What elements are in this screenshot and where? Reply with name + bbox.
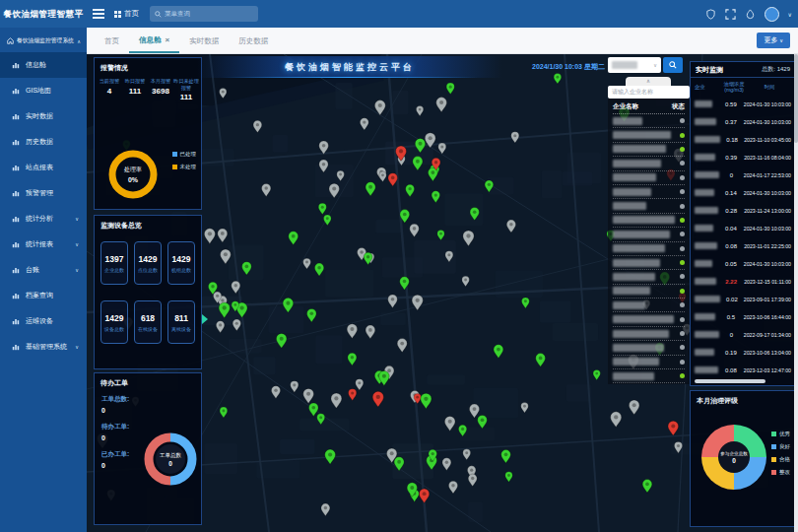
realtime-row-7[interactable]: 0.042024-01-30 10:03:00 — [691, 220, 795, 237]
status-dot — [680, 345, 685, 350]
record-time: 2023-11-16 08:04:00 — [744, 155, 791, 161]
menu-toggle-icon[interactable] — [93, 9, 104, 19]
sidebar-item-7[interactable]: 统计报表∨ — [0, 232, 87, 257]
sidebar-system-header[interactable]: 餐饮油烟监控管理系统 ∧ — [0, 28, 87, 49]
sidebar-item-2[interactable]: 实时数据 — [0, 103, 87, 129]
legend-swatch — [771, 432, 776, 436]
sidebar-item-1[interactable]: GIS地图 — [0, 78, 87, 103]
panel-collapse-handle[interactable] — [202, 314, 208, 324]
record-time: 2023-09-01 17:39:00 — [744, 297, 791, 302]
more-button[interactable]: 更多 ∨ — [757, 33, 790, 48]
realtime-row-11[interactable]: 0.022023-09-01 17:39:00 — [691, 291, 795, 308]
close-icon[interactable]: × — [166, 28, 170, 52]
realtime-row-6[interactable]: 0.282023-11-24 13:00:00 — [691, 202, 795, 220]
status-dot — [680, 373, 685, 378]
company-row-5[interactable] — [613, 185, 685, 199]
tab-0[interactable]: 首页 — [95, 28, 129, 53]
chevron-down-icon[interactable]: ∨ — [788, 11, 792, 18]
blurred-company-name — [695, 242, 718, 249]
map-title: 餐饮油烟智能监控云平台 — [285, 61, 415, 74]
horizontal-scrollbar[interactable] — [695, 379, 765, 383]
realtime-row-3[interactable]: 0.392023-11-16 08:04:00 — [691, 149, 795, 166]
blurred-company-name — [613, 160, 661, 167]
alert-manage-icon — [12, 189, 20, 197]
avatar[interactable] — [765, 7, 779, 22]
company-row-11[interactable] — [613, 270, 685, 284]
chevron-up-icon: ∧ — [77, 38, 81, 44]
company-select[interactable]: ∨ — [608, 57, 661, 73]
company-row-16[interactable] — [613, 341, 685, 355]
realtime-row-0[interactable]: 0.592024-01-30 10:03:00 — [691, 96, 795, 113]
sidebar-item-11[interactable]: 基础管理系统∨ — [0, 334, 87, 360]
alarm-stat-2: 本月报警3698 — [148, 78, 173, 101]
blur-block — [695, 189, 714, 196]
realtime-row-4[interactable]: 02024-01-17 22:53:00 — [691, 166, 795, 184]
realtime-row-15[interactable]: 0.082023-12-03 12:47:00 — [691, 362, 795, 379]
realtime-row-13[interactable]: 02022-09-17 01:34:00 — [691, 326, 795, 344]
company-row-1[interactable] — [613, 128, 685, 142]
sidebar-item-10[interactable]: 运维设备 — [0, 308, 87, 334]
sidebar-item-9[interactable]: 档案查询 — [0, 283, 87, 308]
blur-block — [695, 296, 720, 302]
company-row-15[interactable] — [613, 327, 685, 341]
company-row-8[interactable] — [613, 228, 685, 241]
record-time: 2022-09-17 01:34:00 — [744, 332, 791, 338]
device-panel: 监测设备总览 1397企业总数1429点位总数1429机组总数1429设备总数6… — [94, 215, 202, 369]
sidebar-item-5[interactable]: 预警管理 — [0, 180, 87, 206]
blurred-company-name — [695, 225, 718, 232]
blurred-company-name — [695, 100, 718, 107]
badge-icon[interactable] — [705, 9, 716, 20]
tab-list: 首页信息舱×实时数据历史数据 — [87, 28, 798, 53]
menu-search-input[interactable]: 菜单查询 — [150, 6, 258, 22]
company-row-3[interactable] — [613, 157, 685, 170]
breadcrumb[interactable]: 首页 — [114, 0, 139, 28]
company-row-9[interactable] — [613, 242, 685, 256]
fullscreen-icon[interactable] — [725, 9, 736, 20]
tab-1[interactable]: 信息舱× — [129, 28, 179, 53]
company-row-7[interactable] — [613, 214, 685, 228]
alarm-stat-label: 本月报警 — [148, 78, 173, 85]
sidebar-item-4[interactable]: 站点报表 — [0, 155, 87, 180]
device-card-5: 811离线设备 — [167, 300, 195, 344]
alarm-stat-value: 3698 — [148, 87, 173, 96]
realtime-row-1[interactable]: 0.372024-01-30 10:03:00 — [691, 113, 795, 131]
realtime-row-9[interactable]: 0.052024-01-30 10:03:00 — [691, 255, 795, 273]
flame-icon[interactable] — [745, 9, 756, 20]
company-row-10[interactable] — [613, 256, 685, 270]
map-datetime: 2024/1/30 10:03 星期二 — [532, 62, 605, 72]
popover-collapse-tab[interactable]: ∧ — [626, 77, 671, 86]
sidebar-item-8[interactable]: 台账∨ — [0, 257, 87, 283]
realtime-row-5[interactable]: 0.142024-01-30 10:03:00 — [691, 184, 795, 202]
alarm-legend: 已处理未处理 — [172, 151, 197, 176]
realtime-row-8[interactable]: 0.082023-11-01 22:25:00 — [691, 237, 795, 255]
company-row-12[interactable] — [613, 285, 685, 299]
company-row-17[interactable] — [613, 356, 685, 369]
vertical-scrollbar[interactable] — [794, 54, 798, 532]
device-card-2: 1429机组总数 — [167, 241, 195, 285]
company-row-2[interactable] — [613, 143, 685, 157]
density-value: 0 — [719, 172, 744, 178]
company-row-18[interactable] — [613, 369, 685, 383]
system-title: 餐饮油烟监控管理系统 — [17, 36, 74, 45]
company-row-6[interactable] — [613, 199, 685, 213]
device-card-3: 1429设备总数 — [100, 300, 128, 344]
tab-2[interactable]: 实时数据 — [179, 28, 229, 53]
company-name-input[interactable]: 请输入企业名称 — [608, 86, 690, 99]
realtime-row-12[interactable]: 0.52023-10-06 16:44:00 — [691, 308, 795, 326]
company-row-4[interactable] — [613, 171, 685, 185]
sidebar-item-label: 运维设备 — [26, 316, 53, 326]
sidebar-item-0[interactable]: 信息舱 — [0, 52, 87, 78]
tab-3[interactable]: 历史数据 — [229, 28, 278, 53]
sidebar-item-3[interactable]: 历史数据 — [0, 129, 87, 155]
realtime-row-10[interactable]: 2.222023-12-15 01:11:00 — [691, 273, 795, 291]
alarm-stat-value: 4 — [97, 87, 122, 96]
realtime-row-14[interactable]: 0.192023-10-06 13:04:00 — [691, 344, 795, 362]
company-row-13[interactable] — [613, 299, 685, 312]
company-row-14[interactable] — [613, 312, 685, 326]
company-row-0[interactable] — [613, 114, 685, 128]
company-search-button[interactable] — [663, 57, 683, 73]
sidebar-item-6[interactable]: 统计分析∨ — [0, 206, 87, 232]
blurred-company-name — [613, 244, 665, 252]
header-actions: ∨ — [705, 0, 792, 28]
realtime-row-2[interactable]: 0.182023-11-10 03:45:00 — [691, 131, 795, 149]
